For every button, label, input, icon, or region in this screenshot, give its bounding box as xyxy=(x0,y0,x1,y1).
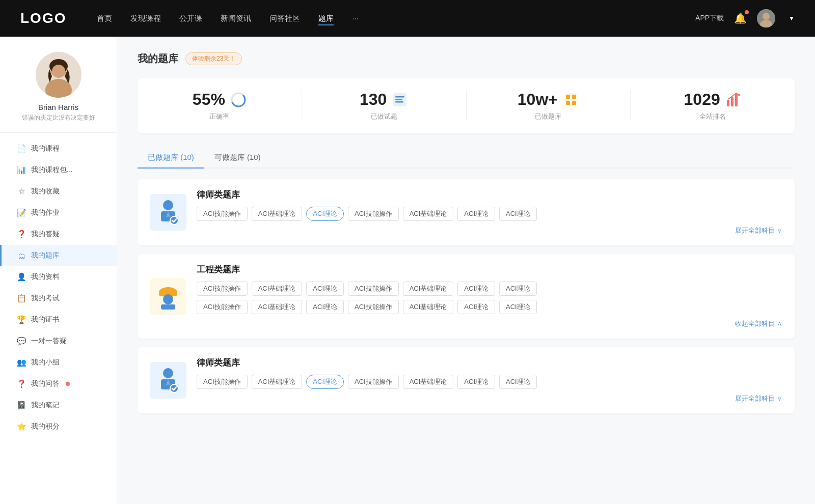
tag-3-5[interactable]: ACI基础理论 xyxy=(403,375,454,389)
page-wrapper: Brian Harris 错误的决定比没有决定要好 📄 我的课程 📊 我的课程包… xyxy=(0,37,815,504)
stat-done-questions: 130 已做试题 xyxy=(302,90,467,121)
qbank-title-2: 工程类题库 xyxy=(197,264,782,275)
svg-point-31 xyxy=(163,368,173,378)
sidebar-item-notes[interactable]: 📓 我的笔记 xyxy=(0,395,117,416)
svg-rect-13 xyxy=(395,101,403,103)
sidebar-item-points[interactable]: ⭐ 我的积分 xyxy=(0,416,117,437)
page-title: 我的题库 xyxy=(138,52,178,66)
tag-1-1[interactable]: ACI技能操作 xyxy=(197,207,248,221)
expand-link-3[interactable]: 展开全部科目 ∨ xyxy=(197,394,782,403)
avatar[interactable] xyxy=(757,9,775,27)
nav-item-qa[interactable]: 问答社区 xyxy=(269,14,300,23)
tag-2b-5[interactable]: ACI基础理论 xyxy=(403,300,454,314)
sidebar-item-questions[interactable]: ❓ 我的答疑 xyxy=(0,223,117,245)
stat-done-banks-label: 已做题库 xyxy=(535,112,561,121)
stat-done-banks: 10w+ 已做题库 xyxy=(467,90,631,121)
nav-logo[interactable]: LOGO xyxy=(20,10,66,26)
tag-2-6[interactable]: ACI理论 xyxy=(457,282,495,296)
certificate-icon: 🏆 xyxy=(17,315,26,324)
tag-2b-4[interactable]: ACI技能操作 xyxy=(348,300,399,314)
svg-point-22 xyxy=(738,94,740,96)
course-icon: 📄 xyxy=(17,144,26,153)
sidebar-item-course-package[interactable]: 📊 我的课程包... xyxy=(0,159,117,181)
nav-item-open-course[interactable]: 公开课 xyxy=(179,14,202,23)
sidebar-item-certificate[interactable]: 🏆 我的证书 xyxy=(0,309,117,330)
tags-row-1: ACI技能操作 ACI基础理论 ACI理论 ACI技能操作 ACI基础理论 AC… xyxy=(197,207,782,221)
nav-item-home[interactable]: 首页 xyxy=(97,14,112,23)
engineer-icon-wrap xyxy=(150,278,186,315)
tag-2-5[interactable]: ACI基础理论 xyxy=(403,282,454,296)
sidebar-item-favorites[interactable]: ☆ 我的收藏 xyxy=(0,181,117,202)
tag-2-3[interactable]: ACI理论 xyxy=(306,282,344,296)
qbank-list: 律师类题库 ACI技能操作 ACI基础理论 ACI理论 ACI技能操作 ACI基… xyxy=(138,179,795,413)
collapse-link-2[interactable]: 收起全部科目 ∧ xyxy=(197,319,782,328)
tag-3-4[interactable]: ACI技能操作 xyxy=(348,375,399,389)
profile-icon: 👤 xyxy=(17,272,26,282)
sidebar-item-homework[interactable]: 📝 我的作业 xyxy=(0,202,117,223)
tag-2b-2[interactable]: ACI基础理论 xyxy=(252,300,303,314)
exam-icon: 📋 xyxy=(17,294,26,303)
tag-2-2[interactable]: ACI基础理论 xyxy=(252,282,303,296)
nav-item-qbank[interactable]: 题库 xyxy=(318,14,334,23)
tag-3-6[interactable]: ACI理论 xyxy=(457,375,495,389)
tag-2-4[interactable]: ACI技能操作 xyxy=(348,282,399,296)
nav-item-discover[interactable]: 发现课程 xyxy=(130,14,161,23)
profile-name: Brian Harris xyxy=(38,103,78,111)
sidebar-item-qbank[interactable]: 🗂 我的题库 xyxy=(0,245,117,266)
app-download-link[interactable]: APP下载 xyxy=(695,14,724,23)
tag-1-7[interactable]: ACI理论 xyxy=(499,207,537,221)
sidebar-label-qbank: 我的题库 xyxy=(31,251,60,260)
tag-2-1[interactable]: ACI技能操作 xyxy=(197,282,248,296)
sidebar-label-certificate: 我的证书 xyxy=(31,315,60,324)
profile-avatar xyxy=(36,52,82,98)
sidebar-item-tutor[interactable]: 💬 一对一答疑 xyxy=(0,330,117,352)
avatar-dropdown-arrow[interactable]: ▼ xyxy=(789,15,795,22)
sidebar-item-exam[interactable]: 📋 我的考试 xyxy=(0,288,117,309)
qbank-card-header-2: 工程类题库 ACI技能操作 ACI基础理论 ACI理论 ACI技能操作 ACI基… xyxy=(150,264,782,328)
tag-1-4[interactable]: ACI技能操作 xyxy=(348,207,399,221)
tag-2b-6[interactable]: ACI理论 xyxy=(457,300,495,314)
tag-3-7[interactable]: ACI理论 xyxy=(499,375,537,389)
svg-rect-20 xyxy=(731,97,734,106)
tab-available-banks[interactable]: 可做题库 (10) xyxy=(204,148,271,169)
tag-3-2[interactable]: ACI基础理论 xyxy=(252,375,303,389)
page-title-row: 我的题库 体验剩余23天！ xyxy=(138,52,795,66)
nav-item-more[interactable]: ··· xyxy=(352,14,359,23)
tag-2-7[interactable]: ACI理论 xyxy=(499,282,537,296)
tag-2b-7[interactable]: ACI理论 xyxy=(499,300,537,314)
tag-1-3[interactable]: ACI理论 xyxy=(306,207,344,221)
tab-done-banks[interactable]: 已做题库 (10) xyxy=(138,148,204,169)
sidebar-label-exam: 我的考试 xyxy=(31,294,60,303)
stat-rank-value-row: 1029 xyxy=(684,90,742,109)
tag-3-1[interactable]: ACI技能操作 xyxy=(197,375,248,389)
favorites-icon: ☆ xyxy=(17,187,26,196)
stat-accuracy-value-row: 55% xyxy=(193,90,247,109)
stat-accuracy: 55% 正确率 xyxy=(138,90,302,121)
notification-badge xyxy=(745,10,749,14)
tag-3-3[interactable]: ACI理论 xyxy=(306,375,344,389)
grid-icon xyxy=(563,92,579,108)
sidebar-item-group[interactable]: 👥 我的小组 xyxy=(0,352,117,373)
sidebar-item-my-qa[interactable]: ❓ 我的问答 xyxy=(0,373,117,395)
sidebar-label-tutor: 一对一答疑 xyxy=(31,337,67,346)
tag-1-2[interactable]: ACI基础理论 xyxy=(252,207,303,221)
tag-2b-3[interactable]: ACI理论 xyxy=(306,300,344,314)
svg-rect-15 xyxy=(566,95,570,99)
expand-link-1[interactable]: 展开全部科目 ∨ xyxy=(197,226,782,235)
notes-icon: 📓 xyxy=(17,401,26,410)
svg-point-1 xyxy=(763,13,770,20)
tag-1-6[interactable]: ACI理论 xyxy=(457,207,495,221)
tag-2b-1[interactable]: ACI技能操作 xyxy=(197,300,248,314)
sidebar-label-course: 我的课程 xyxy=(31,144,60,153)
tags-row-2a: ACI技能操作 ACI基础理论 ACI理论 ACI技能操作 ACI基础理论 AC… xyxy=(197,282,782,296)
svg-rect-30 xyxy=(161,304,175,310)
nav-item-news[interactable]: 新闻资讯 xyxy=(221,14,251,23)
tag-1-5[interactable]: ACI基础理论 xyxy=(403,207,454,221)
notification-bell[interactable]: 🔔 xyxy=(734,12,747,24)
sidebar-item-course[interactable]: 📄 我的课程 xyxy=(0,138,117,159)
qbank-title-1: 律师类题库 xyxy=(197,189,782,201)
sidebar-label-favorites: 我的收藏 xyxy=(31,187,60,196)
main-content: 我的题库 体验剩余23天！ 55% 正确率 xyxy=(117,37,815,504)
qbank-card-content-2: 工程类题库 ACI技能操作 ACI基础理论 ACI理论 ACI技能操作 ACI基… xyxy=(197,264,782,328)
sidebar-item-profile[interactable]: 👤 我的资料 xyxy=(0,266,117,288)
